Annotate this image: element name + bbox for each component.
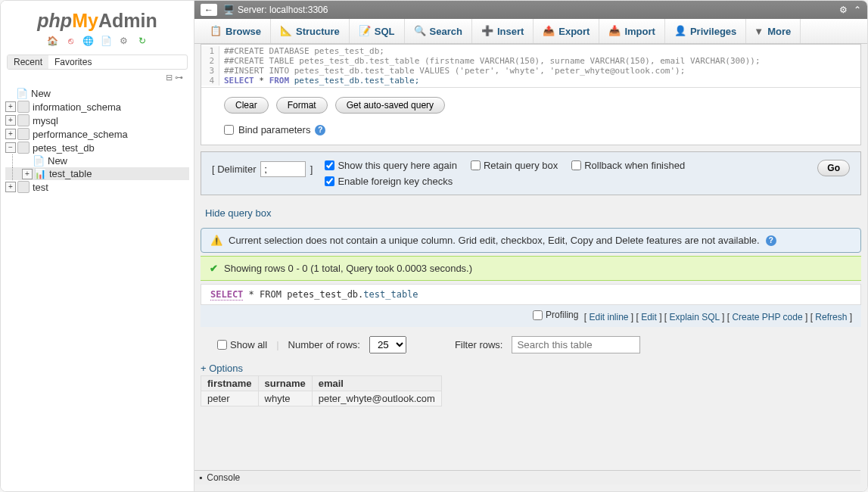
- explain-link[interactable]: Explain SQL: [670, 312, 720, 322]
- rollback-checkbox[interactable]: [571, 160, 581, 170]
- edit-link[interactable]: Edit: [641, 312, 657, 322]
- tree-db-petes-test-db[interactable]: −petes_test_db: [5, 141, 189, 154]
- sidebar: phpMyAdmin 🏠 ⎋ 🌐 📄 ⚙ ↻ Recent Favorites …: [1, 1, 194, 491]
- tab-structure[interactable]: 📐Structure: [271, 19, 350, 43]
- num-rows-select[interactable]: 25: [369, 336, 406, 353]
- tree-db-information-schema[interactable]: +information_schema: [5, 100, 189, 114]
- tab-export[interactable]: 📤Export: [534, 19, 599, 43]
- search-icon: 🔍: [414, 25, 426, 37]
- tab-more[interactable]: ▼More: [746, 19, 801, 43]
- bind-params-label: Bind parameters: [238, 124, 310, 135]
- tab-sql[interactable]: 📝SQL: [350, 19, 405, 43]
- result-table: firstname surname email peter whyte pete…: [201, 375, 442, 406]
- table-row: peter whyte peter_whyte@outlook.com: [201, 391, 442, 406]
- help-icon[interactable]: ?: [315, 125, 325, 135]
- tree-new-table[interactable]: 📄New: [5, 154, 189, 167]
- sidebar-tabs: Recent Favorites: [7, 54, 188, 70]
- notice-text: Current selection does not contain a uni…: [229, 235, 760, 246]
- tree-db-test[interactable]: +test: [5, 180, 189, 194]
- cell: peter_whyte@outlook.com: [312, 391, 441, 406]
- privileges-icon: 👤: [674, 25, 686, 37]
- logo: phpMyAdmin: [1, 1, 194, 35]
- query-display: SELECT * FROM petes_test_db.test_table: [201, 284, 861, 305]
- edit-inline-link[interactable]: Edit inline: [589, 312, 628, 322]
- tree-new[interactable]: 📄New: [5, 87, 189, 100]
- insert-icon: ➕: [481, 25, 493, 37]
- filter-input[interactable]: [512, 336, 640, 353]
- sql-editor[interactable]: 1##CREATE DATABASE petes_test_db; 2##CRE…: [201, 45, 860, 88]
- content-area: 1##CREATE DATABASE petes_test_db; 2##CRE…: [194, 44, 867, 491]
- gear-icon[interactable]: ⚙: [118, 35, 130, 47]
- docs-icon[interactable]: 📄: [100, 35, 112, 47]
- tree-db-mysql[interactable]: +mysql: [5, 114, 189, 127]
- import-icon: 📥: [608, 25, 621, 37]
- bind-params-checkbox[interactable]: [224, 125, 234, 135]
- profiling-checkbox[interactable]: [533, 310, 543, 320]
- settings-icon[interactable]: ⚙: [839, 5, 848, 15]
- cell: peter: [201, 391, 259, 406]
- tab-recent[interactable]: Recent: [8, 55, 48, 69]
- warning-icon: ⚠️: [210, 235, 222, 246]
- tab-privileges[interactable]: 👤Privileges: [665, 19, 746, 43]
- db-tree: 📄New +information_schema +mysql +perform…: [1, 84, 194, 197]
- structure-icon: 📐: [280, 25, 292, 37]
- export-icon: 📤: [543, 25, 555, 37]
- num-rows-label: Number of rows:: [288, 339, 360, 350]
- cell: whyte: [258, 391, 312, 406]
- help-icon[interactable]: ?: [766, 235, 776, 246]
- table-header-row: firstname surname email: [201, 375, 442, 391]
- go-button[interactable]: Go: [817, 160, 850, 176]
- tree-db-performance-schema[interactable]: +performance_schema: [5, 127, 189, 141]
- tab-insert[interactable]: ➕Insert: [472, 19, 534, 43]
- col-firstname[interactable]: firstname: [201, 375, 259, 391]
- success-box: ✔ Showing rows 0 - 0 (1 total, Query too…: [201, 256, 861, 281]
- col-email[interactable]: email: [312, 375, 441, 391]
- delimiter-panel: [ Delimiter ] Show this query here again…: [201, 151, 861, 195]
- tab-browse[interactable]: 📋Browse: [201, 19, 271, 43]
- tab-search[interactable]: 🔍Search: [405, 19, 472, 43]
- server-icon: 🖥️: [223, 5, 235, 15]
- action-bar: Profiling [ Edit inline ] [ Edit ] [ Exp…: [201, 305, 861, 327]
- server-value: localhost:3306: [269, 5, 328, 15]
- back-button[interactable]: ←: [201, 4, 217, 16]
- main-panel: ← 🖥️ Server: localhost:3306 ⚙ ⌃ 📋Browse …: [194, 1, 867, 491]
- sql-panel: 1##CREATE DATABASE petes_test_db; 2##CRE…: [201, 44, 861, 145]
- success-text: Showing rows 0 - 0 (1 total, Query took …: [224, 263, 472, 274]
- topbar: ← 🖥️ Server: localhost:3306 ⚙ ⌃: [194, 1, 867, 19]
- caret-down-icon: ▼: [754, 26, 764, 37]
- collapse-controls[interactable]: ⊟ ⊶: [1, 71, 194, 84]
- globe-icon[interactable]: 🌐: [82, 35, 95, 47]
- reload-icon[interactable]: ↻: [136, 35, 148, 47]
- filter-label: Filter rows:: [455, 339, 503, 350]
- retain-checkbox[interactable]: [471, 160, 481, 170]
- sql-icon: 📝: [359, 25, 371, 37]
- home-icon[interactable]: 🏠: [46, 35, 58, 47]
- exit-icon[interactable]: ⎋: [64, 35, 76, 47]
- tab-favorites[interactable]: Favorites: [48, 55, 98, 69]
- nav-tabs: 📋Browse 📐Structure 📝SQL 🔍Search ➕Insert …: [194, 19, 867, 44]
- clear-button[interactable]: Clear: [224, 97, 269, 114]
- collapse-icon[interactable]: ⌃: [854, 5, 861, 15]
- console-bar[interactable]: ▪ Console: [194, 470, 860, 484]
- show-again-checkbox[interactable]: [325, 160, 334, 170]
- browse-icon: 📋: [210, 25, 222, 37]
- notice-box: ⚠️ Current selection does not contain a …: [201, 228, 861, 253]
- table-controls: Show all | Number of rows: 25 Filter row…: [194, 327, 867, 363]
- tree-table-test-table[interactable]: +📊test_table: [5, 167, 189, 180]
- create-php-link[interactable]: Create PHP code: [732, 312, 802, 322]
- show-all-checkbox[interactable]: [217, 340, 227, 350]
- logo-toolbar: 🏠 ⎋ 🌐 📄 ⚙ ↻: [1, 35, 194, 51]
- hide-query-link[interactable]: Hide query box: [194, 201, 867, 225]
- format-button[interactable]: Format: [276, 97, 328, 114]
- delimiter-label: [ Delimiter ]: [212, 160, 313, 177]
- autosaved-button[interactable]: Get auto-saved query: [335, 97, 445, 114]
- fk-checkbox[interactable]: [325, 176, 334, 186]
- console-icon: ▪: [199, 472, 202, 483]
- options-link[interactable]: + Options: [194, 363, 867, 375]
- tab-import[interactable]: 📥Import: [599, 19, 664, 43]
- refresh-link[interactable]: Refresh: [815, 312, 847, 322]
- delimiter-input[interactable]: [260, 161, 306, 177]
- server-label: Server:: [238, 5, 267, 15]
- col-surname[interactable]: surname: [258, 375, 312, 391]
- check-icon: ✔: [210, 263, 218, 274]
